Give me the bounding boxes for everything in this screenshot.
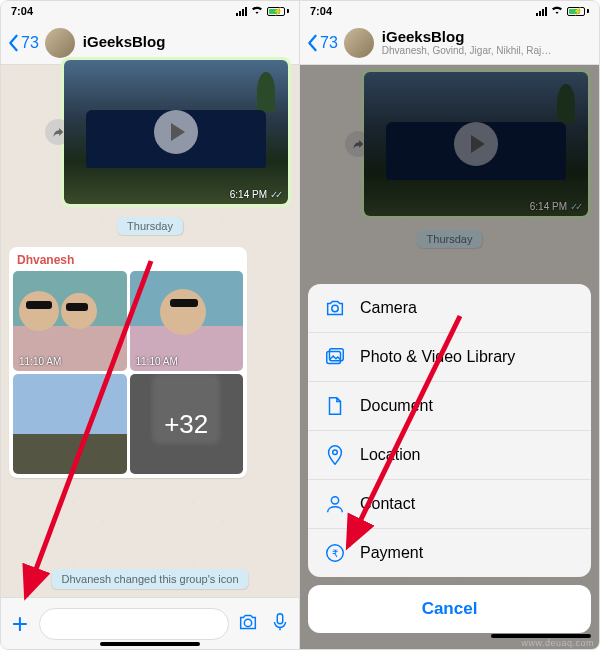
mic-button[interactable]	[267, 611, 293, 637]
photo-library-icon	[324, 346, 346, 368]
photo-grid: 11:10 AM 11:10 AM +32	[13, 271, 243, 474]
message-time: 6:14 PM✓✓	[230, 189, 280, 200]
svg-rect-0	[277, 613, 283, 623]
status-indicators: ⚡	[236, 5, 289, 17]
document-icon	[324, 395, 346, 417]
date-separator: Thursday	[117, 217, 183, 235]
option-camera[interactable]: Camera	[308, 284, 591, 333]
action-sheet-options: Camera Photo & Video Library Document Lo…	[308, 284, 591, 577]
message-input[interactable]	[39, 608, 229, 640]
chat-title-text: iGeeksBlog	[382, 29, 552, 46]
wifi-icon	[550, 5, 564, 17]
location-icon	[324, 444, 346, 466]
chat-title[interactable]: iGeeksBlog	[83, 34, 166, 51]
photo-gallery-bubble[interactable]: Dhvanesh 11:10 AM 11:10 AM +32	[9, 247, 247, 478]
svg-text:₹: ₹	[332, 548, 338, 559]
watermark: www.deuaq.com	[521, 638, 594, 648]
group-avatar[interactable]	[344, 28, 374, 58]
svg-point-3	[333, 450, 338, 455]
photo-thumbnail[interactable]: 11:10 AM	[13, 271, 127, 371]
back-button[interactable]: 73	[306, 34, 338, 52]
sender-name: Dhvanesh	[13, 251, 243, 271]
back-button[interactable]: 73	[7, 34, 39, 52]
cellular-icon	[536, 7, 547, 16]
chat-subtitle: Dhvanesh, Govind, Jigar, Nikhil, Rajesh,…	[382, 45, 552, 56]
option-contact[interactable]: Contact	[308, 480, 591, 529]
photo-time: 11:10 AM	[136, 356, 178, 367]
chat-area: 6:14 PM✓✓ Thursday Camera Photo & Video …	[300, 65, 599, 649]
battery-icon: ⚡	[567, 7, 589, 16]
option-location[interactable]: Location	[308, 431, 591, 480]
home-indicator	[100, 642, 200, 646]
camera-icon	[324, 297, 346, 319]
video-thumbnail: 6:14 PM✓✓	[64, 60, 288, 204]
more-photos-count: +32	[130, 374, 244, 474]
status-time: 7:04	[310, 5, 332, 17]
battery-icon: ⚡	[267, 7, 289, 16]
cancel-button[interactable]: Cancel	[308, 585, 591, 633]
chat-title-text: iGeeksBlog	[83, 34, 166, 51]
option-label: Camera	[360, 299, 417, 317]
cellular-icon	[236, 7, 247, 16]
back-count: 73	[320, 34, 338, 52]
status-bar: 7:04 ⚡	[1, 1, 299, 21]
attach-button[interactable]: +	[7, 608, 33, 640]
chat-title[interactable]: iGeeksBlog Dhvanesh, Govind, Jigar, Nikh…	[382, 29, 552, 57]
photo-time: 11:10 AM	[19, 356, 61, 367]
option-photo-library[interactable]: Photo & Video Library	[308, 333, 591, 382]
option-label: Photo & Video Library	[360, 348, 515, 366]
chevron-left-icon	[7, 34, 19, 52]
camera-button[interactable]	[235, 611, 261, 637]
read-ticks-icon: ✓✓	[270, 189, 280, 200]
option-label: Payment	[360, 544, 423, 562]
option-label: Contact	[360, 495, 415, 513]
payment-icon: ₹	[324, 542, 346, 564]
contact-icon	[324, 493, 346, 515]
chat-area: 6:14 PM✓✓ Thursday Dhvanesh 11:10 AM 11:…	[1, 65, 299, 649]
group-avatar[interactable]	[45, 28, 75, 58]
option-document[interactable]: Document	[308, 382, 591, 431]
photo-thumbnail[interactable]: 11:10 AM	[130, 271, 244, 371]
svg-point-4	[331, 497, 338, 504]
nav-header: 73 iGeeksBlog Dhvanesh, Govind, Jigar, N…	[300, 21, 599, 65]
status-indicators: ⚡	[536, 5, 589, 17]
video-message-bubble[interactable]: 6:14 PM✓✓	[61, 57, 291, 207]
option-label: Location	[360, 446, 421, 464]
photo-thumbnail-more[interactable]: +32	[130, 374, 244, 474]
input-bar: +	[1, 597, 299, 649]
photo-thumbnail[interactable]	[13, 374, 127, 474]
left-screenshot: 7:04 ⚡ 73 iGeeksBlog	[1, 1, 300, 649]
cancel-label: Cancel	[422, 599, 478, 618]
back-count: 73	[21, 34, 39, 52]
chevron-left-icon	[306, 34, 318, 52]
status-bar: 7:04 ⚡	[300, 1, 599, 21]
option-label: Document	[360, 397, 433, 415]
wifi-icon	[250, 5, 264, 17]
play-icon[interactable]	[154, 110, 198, 154]
attachment-action-sheet: Camera Photo & Video Library Document Lo…	[308, 284, 591, 641]
system-message: Dhvanesh changed this group's icon	[52, 569, 249, 589]
status-time: 7:04	[11, 5, 33, 17]
right-screenshot: 7:04 ⚡ 73 iGeeksBlog Dhvanesh, Govind, J…	[300, 1, 599, 649]
option-payment[interactable]: ₹ Payment	[308, 529, 591, 577]
